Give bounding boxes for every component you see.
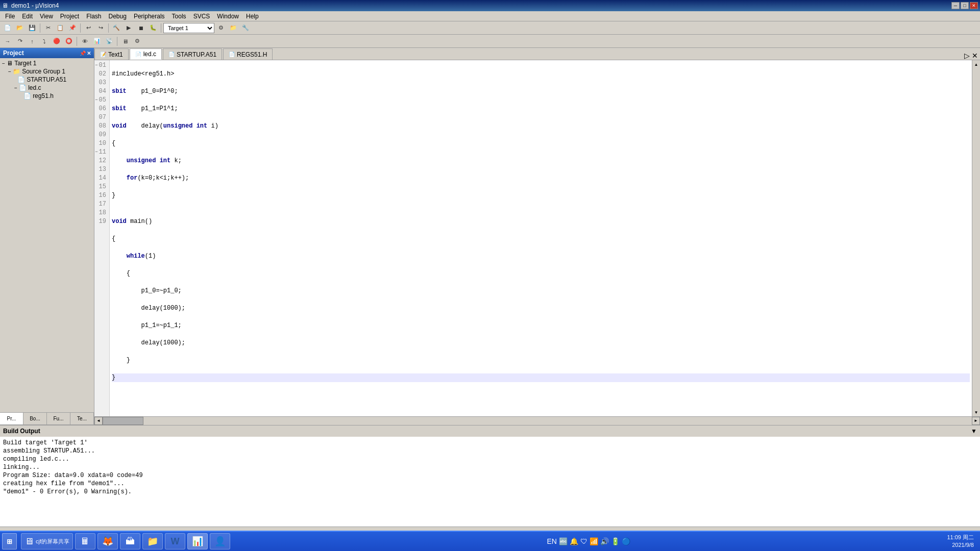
editor-scrollbar-right[interactable]: ▲ ▼ (972, 60, 980, 416)
code-line-11: { (112, 235, 970, 243)
menu-window[interactable]: Window (214, 12, 242, 20)
minimize-button[interactable]: ─ (951, 2, 960, 9)
line-num-2: 02 (95, 70, 108, 79)
tray-battery[interactable]: 🔋 (611, 537, 620, 545)
menu-edit[interactable]: Edit (19, 12, 36, 20)
menu-svcs[interactable]: SVCS (190, 12, 213, 20)
tb-settings[interactable]: 🔧 (240, 22, 251, 34)
maximize-button[interactable]: □ (961, 2, 969, 9)
panel-pin-btn[interactable]: 📌 (80, 51, 86, 56)
line-num-4: 04 (95, 87, 108, 96)
tab-close[interactable]: ✕ (972, 52, 978, 60)
tree-target1[interactable]: − 🖥 Target 1 (1, 59, 93, 67)
start-button[interactable]: ⊞ (2, 533, 17, 549)
tb-open[interactable]: 📂 (14, 22, 26, 34)
build-output: Build target 'Target 1' assembling START… (0, 437, 980, 527)
panel-tab-books[interactable]: Bo... (23, 413, 47, 424)
build-output-collapse[interactable]: ▼ (971, 428, 977, 435)
title-bar-controls: ─ □ ✕ (951, 2, 978, 9)
target-select[interactable]: Target 1 (163, 23, 214, 33)
scroll-thumb-h[interactable] (103, 417, 143, 425)
menu-file[interactable]: File (2, 12, 18, 20)
tb-copy[interactable]: 📋 (55, 22, 66, 34)
tray-speaker[interactable]: 🔊 (600, 537, 609, 545)
tb-debug[interactable]: 🐛 (148, 22, 159, 34)
ledc-label: led.c (28, 84, 41, 91)
tree-reg51h[interactable]: 📄 reg51.h (1, 92, 93, 100)
tb2-config[interactable]: ⚙ (132, 36, 143, 47)
scroll-track-h[interactable] (103, 417, 972, 425)
taskbar-app-screenshare[interactable]: 🖥 cjf的屏幕共享 (21, 533, 73, 549)
tab-text1[interactable]: 📝 Text1 (94, 48, 129, 60)
code-content[interactable]: #include<reg51.h> sbit p1_0=P1^0; sbit p… (110, 60, 972, 416)
tb2-bp[interactable]: 🔴 (51, 36, 62, 47)
scroll-right-btn[interactable]: ► (972, 417, 980, 425)
taskbar-app-explorer[interactable]: 📁 (142, 533, 163, 549)
taskbar-app-chat[interactable]: 👤 (210, 533, 230, 549)
tb-paste[interactable]: 📌 (67, 22, 78, 34)
clock-date: 2021/9/8 (947, 541, 974, 549)
tb2-watch[interactable]: 👁 (79, 36, 90, 47)
tab-bar-right: ▷ ✕ (964, 52, 980, 60)
tray-security[interactable]: 🛡 (580, 537, 587, 545)
menu-tools[interactable]: Tools (169, 12, 189, 20)
tb-stop[interactable]: ⏹ (135, 22, 146, 34)
taskbar-app-calc[interactable]: 🖩 (75, 533, 95, 549)
tb2-run-to[interactable]: ⤵ (39, 36, 50, 47)
tab-ledc[interactable]: 📄 led.c (130, 48, 162, 60)
tray-en[interactable]: EN (547, 537, 556, 545)
tray-network[interactable]: 📶 (590, 537, 598, 545)
tb2-clear-bp[interactable]: ⭕ (63, 36, 75, 47)
code-line-10: void main() (112, 217, 970, 226)
tab-regs51h[interactable]: 📄 REGS51.H (223, 48, 273, 60)
tb2-serial[interactable]: 📡 (104, 36, 115, 47)
tab-scroll-right[interactable]: ▷ (964, 52, 970, 60)
menu-debug[interactable]: Debug (106, 12, 130, 20)
taskbar-app-photos[interactable]: 🏔 (120, 533, 140, 549)
taskbar-app-uvision[interactable]: 📊 (187, 533, 208, 549)
taskbar-clock[interactable]: 11:09 周二 2021/9/8 (947, 534, 978, 549)
tray-notify[interactable]: 🔔 (570, 537, 578, 545)
tb-save[interactable]: 💾 (27, 22, 38, 34)
panel-tab-functions[interactable]: Fu... (47, 413, 70, 424)
panel-close-btn[interactable]: ✕ (87, 51, 91, 56)
menu-flash[interactable]: Flash (83, 12, 104, 20)
scroll-up-btn[interactable]: ▲ (972, 60, 980, 68)
scroll-left-btn[interactable]: ◄ (94, 417, 103, 425)
menu-project[interactable]: Project (57, 12, 82, 20)
taskbar-app-firefox[interactable]: 🦊 (97, 533, 118, 549)
tb-cut[interactable]: ✂ (42, 22, 54, 34)
tb-redo[interactable]: ↪ (95, 22, 106, 34)
menu-view[interactable]: View (37, 12, 56, 20)
menu-peripherals[interactable]: Peripherals (131, 12, 168, 20)
menu-help[interactable]: Help (243, 12, 262, 20)
build-line-2: assembling STARTUP.A51... (3, 447, 977, 455)
expand-icon-target1: − (2, 61, 5, 66)
tray-translate[interactable]: 🔤 (559, 537, 568, 545)
taskbar-app-word[interactable]: W (165, 533, 185, 549)
project-panel-header: Project 📌 ✕ (0, 48, 94, 58)
tb2-step-out[interactable]: ↑ (27, 36, 38, 47)
tb-run[interactable]: ▶ (123, 22, 134, 34)
tb2-mem[interactable]: 📊 (91, 36, 103, 47)
line-num-18: 18 (95, 209, 108, 217)
close-button[interactable]: ✕ (970, 2, 978, 9)
tb2-step[interactable]: → (2, 36, 13, 47)
tb2-window[interactable]: 🖥 (119, 36, 131, 47)
tray-bluetooth[interactable]: 🔵 (622, 537, 630, 545)
tree-source-group1[interactable]: − 📁 Source Group 1 (1, 67, 93, 76)
tb-manage[interactable]: 📁 (228, 22, 239, 34)
tb-undo[interactable]: ↩ (83, 22, 94, 34)
panel-tab-templates[interactable]: Te... (70, 413, 94, 424)
taskbar-tray: EN 🔤 🔔 🛡 📶 🔊 🔋 🔵 (547, 537, 630, 545)
tab-startup[interactable]: 📄 STARTUP.A51 (163, 48, 222, 60)
tb-build[interactable]: 🔨 (111, 22, 122, 34)
scroll-down-btn[interactable]: ▼ (972, 408, 980, 416)
tb2-step-over[interactable]: ↷ (14, 36, 26, 47)
tree-ledc[interactable]: − 📄 led.c (1, 84, 93, 92)
tree-startup-a51[interactable]: 📄 STARTUP.A51 (1, 76, 93, 84)
tab-icon-regs51h: 📄 (229, 52, 235, 57)
panel-tab-project[interactable]: Pr... (0, 413, 23, 424)
tb-target-options[interactable]: ⚙ (215, 22, 227, 34)
tb-new[interactable]: 📄 (2, 22, 13, 34)
